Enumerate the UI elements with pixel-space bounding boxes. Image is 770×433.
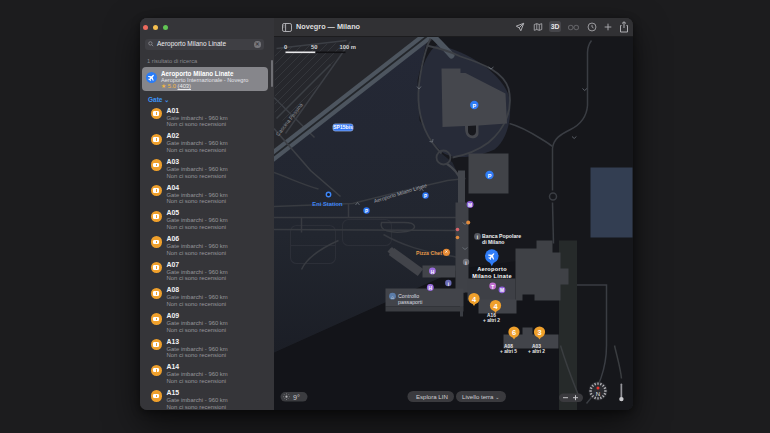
- svg-text:+ altri 2: + altri 2: [483, 318, 500, 323]
- svg-text:M: M: [500, 288, 504, 293]
- svg-text:i: i: [448, 281, 449, 286]
- svg-text:Esplora LIN: Esplora LIN: [416, 393, 448, 400]
- svg-text:Pizza Chef: Pizza Chef: [416, 249, 442, 255]
- svg-text:i: i: [477, 235, 478, 240]
- svg-text:H: H: [429, 286, 433, 291]
- svg-text:A08: A08: [504, 343, 513, 348]
- svg-text:0: 0: [284, 43, 287, 49]
- svg-text:N: N: [596, 391, 600, 397]
- svg-text:100 m: 100 m: [340, 43, 356, 49]
- svg-text:M: M: [468, 203, 472, 208]
- svg-text:Milano Linate: Milano Linate: [472, 272, 512, 278]
- svg-text:P: P: [365, 208, 368, 213]
- svg-text:+ altri 5: + altri 5: [500, 348, 517, 353]
- svg-text:6: 6: [512, 328, 516, 337]
- svg-text:+ altri 2: + altri 2: [528, 348, 545, 353]
- svg-text:3: 3: [537, 328, 541, 337]
- svg-text:T: T: [491, 284, 494, 289]
- svg-text:passaporti: passaporti: [398, 299, 422, 305]
- svg-text:i: i: [465, 260, 466, 265]
- svg-text:9°: 9°: [293, 392, 300, 401]
- svg-text:SP15bis: SP15bis: [333, 124, 353, 130]
- svg-text:A03: A03: [532, 343, 541, 348]
- svg-text:di Milano: di Milano: [482, 239, 504, 245]
- svg-text:⌂: ⌂: [391, 294, 394, 299]
- svg-text:50: 50: [311, 43, 317, 49]
- svg-text:H: H: [431, 269, 435, 274]
- svg-text:P: P: [472, 102, 476, 108]
- svg-text:A16: A16: [487, 313, 496, 318]
- svg-text:Eni Station: Eni Station: [312, 201, 343, 207]
- svg-text:Livello terra ⌄: Livello terra ⌄: [462, 393, 499, 400]
- svg-text:Aeroporto: Aeroporto: [477, 266, 507, 272]
- svg-text:P: P: [488, 172, 492, 178]
- svg-text:P: P: [424, 193, 427, 198]
